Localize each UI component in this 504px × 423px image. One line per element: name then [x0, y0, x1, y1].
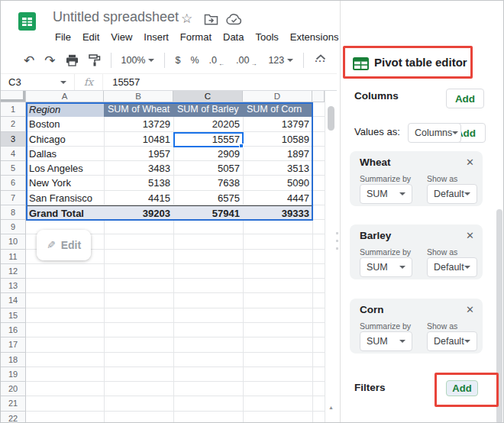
close-icon[interactable]: ✕	[466, 230, 474, 241]
paint-format-icon[interactable]	[89, 54, 101, 66]
formula-input[interactable]: 15557	[103, 76, 140, 88]
print-icon[interactable]	[66, 54, 79, 66]
increase-decimal-button[interactable]: .00→	[236, 55, 258, 66]
summarize-by-dropdown[interactable]: SUM	[360, 184, 412, 204]
zoom-select[interactable]: 100%	[121, 55, 155, 66]
format-percent-button[interactable]: %	[190, 55, 199, 66]
pivot-edit-button[interactable]: ✎ Edit	[37, 230, 91, 260]
row-header[interactable]: 5	[1, 161, 26, 176]
document-title[interactable]: Untitled spreadsheet	[53, 9, 179, 25]
summarize-by-dropdown[interactable]: SUM	[360, 257, 412, 277]
cell[interactable]: 5090	[243, 176, 312, 190]
cell[interactable]: 39333	[243, 206, 312, 220]
menu-item[interactable]: Insert	[141, 30, 171, 44]
cell[interactable]: Chicago	[26, 132, 104, 147]
row-header[interactable]: 18	[1, 353, 26, 367]
column-header-a[interactable]: A	[26, 91, 104, 102]
cell-selected[interactable]: 15557	[173, 132, 243, 147]
row-header[interactable]: 3	[1, 132, 26, 147]
row-header[interactable]: 15	[1, 308, 26, 323]
decrease-decimal-button[interactable]: .0←	[209, 55, 226, 66]
row-header[interactable]: 22	[1, 412, 26, 423]
cell[interactable]: 6575	[173, 191, 243, 205]
row-header[interactable]: 20	[1, 382, 26, 396]
cell[interactable]: 1897	[243, 147, 312, 161]
values-as-dropdown[interactable]: Columns	[408, 123, 461, 143]
cell[interactable]: 2909	[173, 147, 243, 161]
select-all-corner[interactable]	[1, 91, 26, 102]
cell[interactable]: 10589	[243, 132, 312, 147]
panel-drag-handle[interactable]	[336, 232, 338, 250]
pivot-header-cell[interactable]: SUM of Corn	[243, 102, 312, 117]
star-icon[interactable]: ☆	[181, 11, 192, 27]
panel-scrollbar-thumb[interactable]	[496, 209, 502, 423]
scroll-up-icon[interactable]: ▲	[328, 405, 334, 410]
cell[interactable]: 13797	[243, 117, 312, 131]
menu-item[interactable]: Tools	[253, 30, 280, 44]
row-header[interactable]: 1	[1, 102, 26, 117]
cell[interactable]: San Fransisco	[26, 191, 104, 205]
column-header-b[interactable]: B	[104, 91, 173, 102]
menu-item[interactable]: Data	[221, 30, 246, 44]
row-header[interactable]: 17	[1, 337, 26, 352]
cell[interactable]: 7638	[173, 176, 243, 190]
row-header[interactable]: 2	[1, 117, 26, 131]
cell[interactable]: Grand Total	[26, 206, 104, 220]
show-as-dropdown[interactable]: Default	[427, 257, 477, 277]
cell[interactable]: 5057	[173, 161, 243, 176]
column-header-d[interactable]: D	[243, 91, 312, 102]
show-as-dropdown[interactable]: Default	[427, 184, 477, 204]
cell[interactable]: Dallas	[26, 147, 104, 161]
cell[interactable]: 13729	[104, 117, 173, 131]
cell[interactable]: 4415	[104, 191, 173, 205]
cloud-status-icon[interactable]	[226, 13, 242, 25]
columns-add-button[interactable]: Add	[446, 89, 484, 108]
pivot-header-cell[interactable]: SUM of Wheat	[104, 102, 173, 117]
row-header[interactable]: 8	[1, 205, 26, 220]
cell[interactable]: 20205	[173, 117, 243, 131]
show-as-dropdown[interactable]: Default	[427, 331, 477, 351]
menu-item[interactable]: Extensions	[288, 30, 341, 44]
sheets-logo-icon[interactable]	[18, 12, 36, 31]
row-header[interactable]: 14	[1, 293, 26, 308]
format-currency-button[interactable]: $	[175, 55, 180, 66]
cell[interactable]: 3483	[104, 161, 173, 176]
row-header[interactable]: 13	[1, 279, 26, 293]
undo-icon[interactable]: ↶	[24, 54, 34, 67]
close-icon[interactable]: ✕	[466, 157, 474, 168]
cell[interactable]: 3513	[243, 161, 312, 176]
move-to-folder-icon[interactable]	[204, 14, 218, 25]
fill-handle[interactable]	[239, 144, 244, 148]
cell[interactable]: 57941	[173, 206, 243, 220]
menu-item[interactable]: View	[108, 30, 134, 44]
summarize-by-dropdown[interactable]: SUM	[360, 331, 412, 351]
redo-icon[interactable]: ↷	[44, 54, 55, 67]
row-header[interactable]: 16	[1, 323, 26, 337]
cell[interactable]: Boston	[26, 117, 104, 131]
row-header[interactable]: 21	[1, 396, 26, 411]
name-box[interactable]: C3	[1, 74, 74, 90]
more-formats-button[interactable]: 123	[268, 55, 293, 66]
cell[interactable]: 5138	[104, 176, 173, 190]
menu-item[interactable]: Edit	[80, 30, 102, 44]
close-icon[interactable]: ✕	[466, 304, 474, 315]
column-header-c[interactable]: C	[173, 91, 243, 102]
cell[interactable]: New York	[26, 176, 104, 190]
cell[interactable]: 10481	[104, 132, 173, 147]
menu-item[interactable]: File	[53, 30, 73, 44]
cell[interactable]: Los Angeles	[26, 161, 104, 176]
menu-item[interactable]: Format	[178, 30, 214, 44]
column-header-e-sliver[interactable]	[312, 91, 325, 102]
filters-add-button[interactable]: Add	[446, 380, 478, 396]
grid-vertical-scrollbar[interactable]: ▲	[325, 91, 337, 422]
row-header[interactable]: 10	[1, 234, 26, 249]
pivot-header-cell[interactable]: SUM of Barley	[173, 102, 243, 117]
scrollbar-thumb[interactable]	[328, 106, 334, 131]
cell[interactable]: 1957	[104, 147, 173, 161]
row-header[interactable]: 11	[1, 250, 26, 264]
row-header[interactable]: 7	[1, 191, 26, 205]
row-header[interactable]: 6	[1, 176, 26, 190]
cell[interactable]: 39203	[104, 206, 173, 220]
pivot-header-cell[interactable]: Region	[26, 102, 104, 117]
row-header[interactable]: 12	[1, 264, 26, 279]
